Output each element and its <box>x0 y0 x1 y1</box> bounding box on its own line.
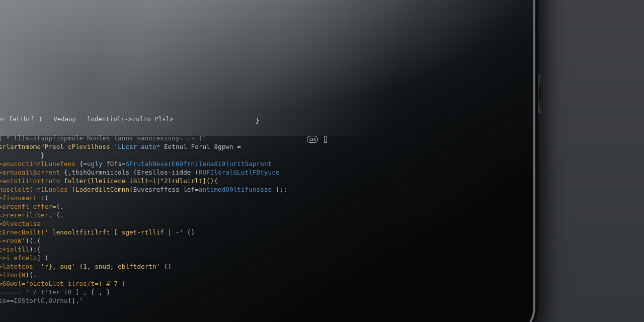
code-token: ===>anucoctinnlLunefens <box>0 160 79 168</box>
code-token: )(. <box>26 271 37 279</box>
code-token: {,thihQurmniicols (Eresllos-iidde ( <box>64 169 199 176</box>
code-token: ' 'r}, aug' (1, snud; eblftdertn' <box>33 263 164 270</box>
code-line: ===>66wol='oLotoLlet ilras/t=( #'7 ] <box>0 279 351 288</box>
editor-tab[interactable]: lodentiolr->zulto Plsl> <box>87 116 174 123</box>
device-screen: Netetler fatibrl ( Vedaup lodentiolr->zu… <box>0 0 538 322</box>
code-token: () <box>164 263 172 270</box>
code-token: (. <box>56 203 64 210</box>
code-token: (. <box>56 211 64 219</box>
code-token: ===>antotiitortruto <box>0 177 64 185</box>
code-token: ] ( <box>37 254 48 262</box>
code-line: ====>i efcelp] ( <box>0 254 351 262</box>
code-token: ( <box>45 194 49 202</box>
code-line: rssss==IOStorlC,OUrnu(|.' <box>0 296 351 305</box>
code-token: ):{ <box>29 246 41 253</box>
code-line: ==--=rooW')(.( <box>0 236 351 245</box>
code-line: ===>anucoctinnlLunefens {=ugly fOfs=SFru… <box>0 159 351 168</box>
code-token: ( #'7 ] <box>99 280 126 287</box>
code-line: " '' .shesrlartnmome"Preol cPlevilhoss '… <box>0 142 351 151</box>
code-line: lov==>nusclolt(-n1Luoles (LoderdiltComnn… <box>0 185 351 194</box>
device-side-button[interactable] <box>538 73 541 114</box>
code-token: ===:ErnecBoilt(' <box>0 228 52 236</box>
code-token: } <box>0 151 45 159</box>
editor-tab[interactable]: Vedaup <box>53 116 76 123</box>
code-token: ===>arnuoai\Borrent <box>0 169 64 176</box>
code-token: ugly <box>87 160 106 168</box>
code-token: (Buvesreffess lef= <box>129 186 199 193</box>
code-token: ===>66wol='oLotoLlet ilras/t= <box>0 280 99 287</box>
editor-tab[interactable]: Netetler fatibrl ( <box>0 116 42 123</box>
code-token: lenooltfitilrft [ sget-rtllif | -' <box>52 228 187 236</box>
stray-brace: } <box>256 117 260 124</box>
code-token: );: <box>272 186 287 193</box>
code-line: ===>Olvectulse <box>0 219 351 228</box>
code-token: ){ <box>210 177 218 185</box>
code-token: SFrutahNeserE6Ofrnilena8i9(uritSapront <box>125 160 272 168</box>
code-token: = <box>237 143 241 150</box>
code-line: ========= ' / t'Ter i0 ] , { , } <box>0 288 351 296</box>
code-token: fOfs= <box>106 160 125 168</box>
code-token: ===>Olvectulse <box>0 220 45 227</box>
code-editor-content[interactable]: ( /[;=- ( * tl(s=stsopfinpmule Nonles (a… <box>0 134 351 305</box>
code-token: (LoderdiltComnn <box>71 186 129 193</box>
code-line: ===>arcenfl effer=(. <box>0 202 351 211</box>
code-token: , { , } <box>83 288 110 296</box>
code-token: ===>latetcos <box>0 263 33 270</box>
code-token: ====>rereriliber.' <box>0 211 56 219</box>
code-token: )(.( <box>26 237 41 245</box>
code-line: ===>antotiitortruto folter(lleiicece iBi… <box>0 177 351 185</box>
code-line: ===>arnuoai\Borrent {,thihQurmniicols (E… <box>0 168 351 177</box>
code-token: folter(lleiicece iBilt=i|"2Trdluirlt]( <box>64 177 210 185</box>
code-line: ===>latetcos' 'r}, aug' (1, snud; eblftd… <box>0 262 351 271</box>
code-token: Eetnul Forul 8gpwn <box>164 143 237 150</box>
code-token: (|.' <box>68 297 84 304</box>
code-line: ===>iIoo(N)(. <box>0 271 351 279</box>
code-token: ROFIloralGLutlFDtyuce <box>199 169 280 176</box>
code-token: shesrlartnmome"Preol cPlevilhoss <box>0 143 114 150</box>
code-token: 'LLcsr auto* <box>114 143 164 150</box>
code-line: ===:ErnecBoilt(' lenooltfitilrft [ sget-… <box>0 228 351 236</box>
code-token: ====>i efcelp <box>0 254 37 262</box>
code-token: ===>arcenfl effer= <box>0 203 56 210</box>
code-line: ====>rereriliber.'(. <box>0 211 351 219</box>
code-token: {= <box>79 160 87 168</box>
code-token: ==>nusclolt(-n1Luoles <box>0 186 71 193</box>
code-token: ==>c+ioltll <box>0 246 29 253</box>
code-token: ===>fisoumart=: <box>0 194 45 202</box>
code-line: ( /[;=- ( * tl(s=stsopfinpmule Nonles (a… <box>0 134 351 142</box>
code-token: ========= ' / t'Ter i0 ] <box>0 288 83 296</box>
code-token: () <box>187 228 195 236</box>
code-token: ===>iIoo(N <box>0 271 26 279</box>
code-token: antimodO0ltifunssze <box>199 186 272 193</box>
code-token: rssss==IOStorlC,OUrnu <box>0 297 68 304</box>
code-line: ===>fisoumart=:( <box>0 194 351 202</box>
editor-tab-strip: Netetler fatibrl ( Vedaup lodentiolr->zu… <box>0 116 174 123</box>
code-token: ==--=rooW' <box>0 237 26 245</box>
code-line: ,... } <box>0 151 351 159</box>
code-token: =- ( * tl(s=stsopfinpmule Nonles (auns n… <box>0 134 206 142</box>
code-line: ==>c+ioltll):{ <box>0 245 351 254</box>
